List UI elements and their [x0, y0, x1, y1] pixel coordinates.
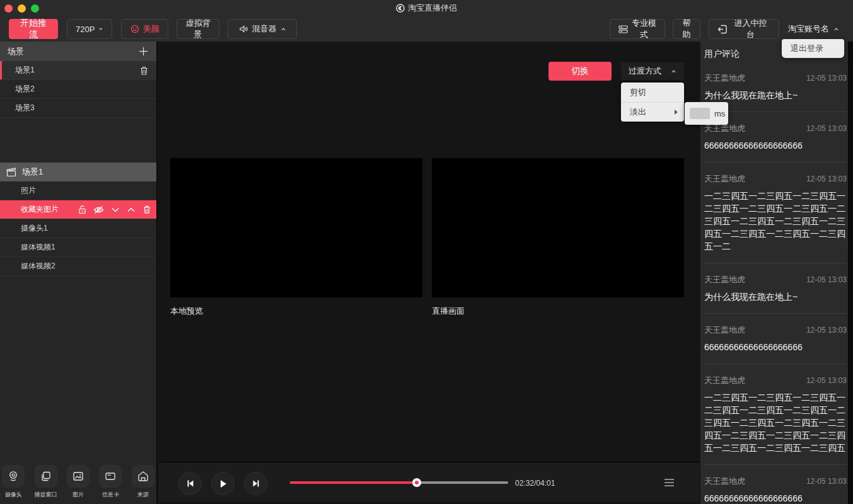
enter-icon	[717, 25, 727, 34]
transition-option-fade[interactable]: 淡出	[621, 102, 684, 122]
live-view: 直播画面	[432, 158, 684, 317]
stage: 切换 过渡方式 本地预览 直播画面	[159, 42, 699, 504]
taobao-live-icon	[396, 4, 405, 13]
progress-slider[interactable]	[290, 481, 508, 484]
sources-header: 场景1	[0, 163, 156, 181]
chevron-up-icon	[671, 69, 676, 74]
comment-item: 天王盖地虎 12-05 13:03 66666666666666666666	[704, 465, 847, 504]
chevron-up-icon	[281, 26, 286, 32]
move-down-icon[interactable]	[111, 207, 120, 213]
source-row[interactable]: 照片	[0, 181, 156, 200]
comment-time: 12-05 13:03	[806, 275, 847, 284]
local-preview-screen[interactable]	[170, 158, 422, 297]
skip-start-button[interactable]	[178, 472, 202, 495]
scenes-header: 场景	[0, 42, 156, 61]
scene-row[interactable]: 场景3	[0, 99, 156, 118]
virtual-background-button[interactable]: 虚拟背景	[177, 19, 219, 39]
camera-icon	[2, 465, 25, 488]
help-button[interactable]: 帮助	[673, 19, 700, 39]
add-scene-button[interactable]	[138, 46, 149, 57]
logout-menu-item[interactable]: 退出登录	[782, 39, 844, 58]
image-icon	[67, 465, 90, 488]
speaker-icon	[239, 25, 248, 33]
mixer-dropdown[interactable]: 混音器	[228, 19, 297, 39]
smiley-icon	[131, 25, 139, 33]
scene-label: 场景2	[15, 84, 35, 94]
source-label: 媒体视频1	[21, 242, 55, 253]
move-up-icon[interactable]	[127, 207, 136, 213]
add-camera-label: 摄像头	[5, 491, 22, 499]
comment-user: 天王盖地虎	[704, 476, 745, 487]
comments-scrollbar[interactable]	[848, 42, 853, 504]
transition-label: 过渡方式	[629, 66, 661, 77]
cut-label: 剪切	[630, 87, 646, 98]
comment-text: 66666666666666666666	[704, 492, 847, 504]
source-row[interactable]: 媒体视频1	[0, 238, 156, 257]
comment-time: 12-05 13:03	[806, 175, 847, 183]
source-row[interactable]: 媒体视频2	[0, 257, 156, 276]
fade-duration-input[interactable]	[690, 108, 710, 119]
start-stream-button[interactable]: 开始推流	[9, 19, 58, 39]
add-camera-button[interactable]: 摄像头	[0, 465, 26, 499]
scene-list: 场景1 场景2 场景3	[0, 61, 156, 118]
transition-menu: 剪切 淡出	[621, 83, 684, 122]
beauty-button[interactable]: 美颜	[121, 19, 168, 39]
source-icon	[132, 465, 154, 488]
trash-icon[interactable]	[139, 66, 149, 76]
transition-option-cut[interactable]: 剪切	[621, 83, 684, 102]
add-info-card-label: 信息卡	[102, 491, 119, 499]
enter-console-button[interactable]: 进入中控台	[709, 19, 779, 39]
add-source-bar: 摄像头 捕捉窗口 图片 信息卡 来源	[0, 465, 156, 499]
add-info-card-button[interactable]: 信息卡	[97, 465, 124, 499]
add-window-capture-label: 捕捉窗口	[35, 491, 57, 499]
comment-user: 天王盖地虎	[704, 375, 745, 386]
submenu-arrow-icon	[675, 110, 678, 115]
source-row[interactable]: 摄像头1	[0, 219, 156, 238]
comment-item: 天王盖地虎 12-05 13:03 一二三四五一二三四五一二三四五一二三四五一二…	[704, 364, 847, 465]
comment-text: 66666666666666666666	[704, 139, 847, 152]
comment-user: 天王盖地虎	[704, 274, 745, 285]
comment-item: 天王盖地虎 12-05 13:03 66666666666666666666	[704, 314, 847, 364]
eye-off-icon[interactable]	[93, 205, 104, 214]
source-label: 照片	[21, 185, 36, 196]
local-preview: 本地预览	[170, 158, 422, 317]
live-view-screen[interactable]	[432, 158, 684, 297]
progress-handle[interactable]	[412, 478, 421, 487]
source-row[interactable]: 收藏夹图片	[0, 200, 156, 219]
resolution-value: 720P	[76, 25, 95, 34]
add-image-label: 图片	[73, 491, 84, 499]
comment-text: 一二三四五一二三四五一二三四五一二三四五一二三四五一二三四五一二三四五一二三四五…	[704, 190, 847, 253]
resolution-dropdown[interactable]: 720P	[67, 19, 112, 39]
layout-icon	[618, 25, 628, 33]
pro-mode-button[interactable]: 专业模式	[610, 19, 665, 39]
add-source-button[interactable]: 来源	[130, 465, 156, 499]
add-image-button[interactable]: 图片	[65, 465, 91, 499]
playlist-icon[interactable]	[664, 479, 674, 486]
scene-row[interactable]: 场景2	[0, 80, 156, 99]
unlock-icon[interactable]	[78, 205, 86, 214]
skip-end-button[interactable]	[244, 472, 267, 495]
source-list: 照片 收藏夹图片	[0, 181, 156, 276]
pro-mode-label: 专业模式	[632, 18, 656, 40]
add-source-label: 来源	[137, 491, 149, 499]
fade-label: 淡出	[630, 106, 646, 118]
scene-row[interactable]: 场景1	[0, 61, 156, 80]
sidebar: 场景 场景1 场景2	[0, 42, 158, 504]
account-dropdown[interactable]: 淘宝账号名	[788, 19, 839, 39]
transition-dropdown[interactable]: 过渡方式	[621, 62, 684, 80]
comment-time: 12-05 13:03	[806, 326, 847, 335]
progress-fill	[290, 481, 417, 484]
chevron-up-icon	[833, 26, 839, 32]
clapperboard-icon	[6, 168, 16, 177]
trash-icon[interactable]	[142, 205, 151, 214]
switch-button[interactable]: 切换	[548, 62, 612, 81]
play-button[interactable]	[211, 472, 235, 495]
source-label: 摄像头1	[21, 223, 48, 234]
scene-label: 场景1	[15, 65, 35, 76]
add-window-capture-button[interactable]: 捕捉窗口	[32, 465, 59, 499]
comment-text: 为什么我现在跪在地上~	[704, 89, 847, 101]
source-label: 收藏夹图片	[21, 204, 59, 215]
comment-item: 天王盖地虎 12-05 13:03 一二三四五一二三四五一二三四五一二三四五一二…	[704, 163, 847, 263]
titlebar: 淘宝直播伴侣 开始推流 720P 美颜 虚拟背景 混音器 专业模式 帮助	[0, 0, 853, 42]
source-row-actions	[78, 205, 151, 214]
